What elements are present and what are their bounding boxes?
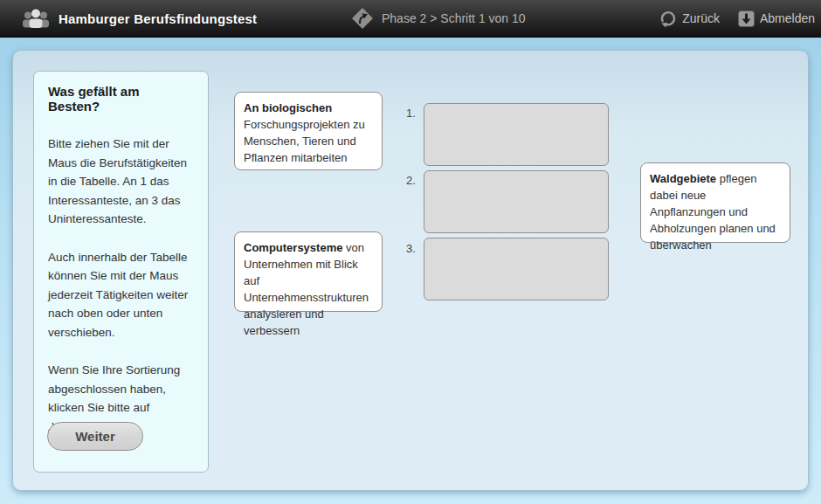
activity-card-lead: Computersysteme (244, 241, 342, 254)
app-brand: Hamburger Berufsfindungstest (21, 0, 257, 37)
activity-card-computers[interactable]: Computersysteme von Unternehmen mit Blic… (234, 231, 383, 312)
logout-button-label: Abmelden (760, 11, 815, 25)
instructions-paragraph: Auch innerhalb der Tabelle können Sie mi… (48, 248, 194, 342)
instructions-sidebar: Was gefällt am Besten? Bitte ziehen Sie … (33, 71, 209, 473)
dropzone-rank-label: 1. (406, 107, 422, 120)
activity-card-lead: Waldgebiete (650, 172, 716, 185)
dropzone-rank-1[interactable] (424, 103, 609, 166)
app-header: Hamburger Berufsfindungstest Phase 2 > S… (0, 0, 821, 38)
activity-card-biology[interactable]: An biologischen Forschungsprojekten zu M… (234, 92, 383, 170)
instructions-heading: Was gefällt am Besten? (48, 84, 194, 114)
dropzone-rank-3[interactable] (424, 238, 609, 300)
activity-card-forest[interactable]: Waldgebiete pflegen dabei neue Anpflanzu… (640, 162, 790, 243)
signpost-icon (351, 7, 374, 30)
main-panel: Was gefällt am Besten? Bitte ziehen Sie … (12, 50, 809, 491)
dropzone-rank-label: 3. (406, 242, 422, 255)
people-group-icon (21, 8, 51, 29)
dropzone-rank-label: 2. (406, 174, 422, 187)
header-actions: Zurück Abmelden (659, 0, 815, 37)
dropzone-rank-2[interactable] (424, 170, 609, 233)
activity-card-text: von Unternehmen mit Blick auf Unternehme… (244, 241, 369, 337)
activity-card-text: Forschungsprojekten zu Menschen, Tieren … (244, 118, 365, 164)
back-button[interactable]: Zurück (659, 10, 720, 28)
back-button-label: Zurück (682, 11, 720, 25)
phase-step-label: Phase 2 > Schritt 1 von 10 (382, 11, 526, 25)
app-title: Hamburger Berufsfindungstest (59, 11, 257, 26)
weiter-button[interactable]: Weiter (47, 422, 143, 451)
logout-icon (738, 10, 755, 27)
progress-indicator: Phase 2 > Schritt 1 von 10 (351, 0, 526, 37)
activity-card-lead: An biologischen (244, 101, 332, 114)
instructions-paragraph: Bitte ziehen Sie mit der Maus die Berufs… (48, 135, 194, 229)
undo-icon (659, 10, 677, 28)
logout-button[interactable]: Abmelden (738, 10, 815, 27)
